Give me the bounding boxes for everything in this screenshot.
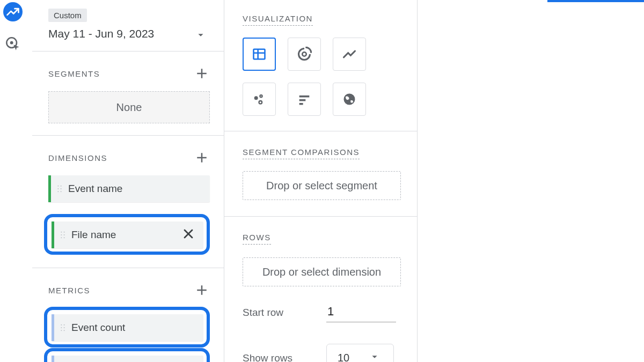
svg-point-8: [61, 232, 62, 233]
svg-point-29: [260, 95, 262, 97]
drag-handle-icon[interactable]: [51, 185, 68, 193]
metrics-title: METRICS: [48, 286, 90, 295]
visualization-title: VISUALIZATION: [243, 14, 313, 26]
svg-point-3: [61, 186, 62, 187]
dimensions-section: DIMENSIONS Event name File name: [32, 136, 224, 268]
svg-point-17: [64, 327, 65, 328]
date-range-picker[interactable]: Custom May 11 - Jun 9, 2023: [32, 0, 224, 51]
dimension-chip-event-name[interactable]: Event name: [48, 175, 210, 202]
scatter-icon: [252, 92, 267, 107]
segment-dropzone[interactable]: Drop or select segment: [243, 171, 401, 200]
add-segment-button[interactable]: [194, 65, 210, 82]
globe-icon: [342, 92, 357, 107]
line-chart-icon: [342, 47, 357, 62]
svg-point-19: [64, 330, 65, 331]
metric-marker: [52, 356, 54, 362]
segments-dropzone[interactable]: None: [48, 91, 210, 123]
svg-point-15: [64, 324, 65, 326]
drag-handle-icon[interactable]: [54, 324, 71, 331]
remove-chip-button[interactable]: [181, 226, 196, 243]
highlight-box-file-name: File name: [44, 214, 210, 255]
viz-donut-button[interactable]: [288, 38, 321, 71]
viz-scatter-button[interactable]: [243, 83, 276, 116]
chip-label: File name: [71, 229, 116, 241]
highlight-box-event-count: Event count: [44, 307, 210, 348]
show-rows-label: Show rows: [243, 352, 326, 363]
svg-point-4: [57, 188, 58, 189]
svg-point-16: [61, 327, 62, 328]
svg-rect-26: [254, 49, 265, 60]
segment-comparisons-section: SEGMENT COMPARISONS Drop or select segme…: [224, 131, 417, 217]
dimension-chip-file-name[interactable]: File name: [52, 221, 203, 248]
segment-placeholder: Drop or select segment: [266, 180, 377, 192]
show-rows-select[interactable]: 10: [326, 344, 394, 362]
viz-table-button[interactable]: [243, 38, 276, 71]
donut-chart-icon: [297, 47, 312, 62]
drag-handle-icon[interactable]: [54, 231, 71, 239]
svg-rect-31: [299, 95, 310, 98]
caret-down-icon: [195, 29, 207, 43]
svg-point-5: [61, 188, 62, 189]
add-dimension-button[interactable]: [194, 150, 210, 166]
metrics-section: METRICS Event count Total users: [32, 268, 224, 362]
report-canvas: [434, 0, 644, 362]
svg-point-14: [61, 324, 62, 326]
rows-placeholder: Drop or select dimension: [262, 266, 381, 278]
svg-point-13: [64, 237, 65, 238]
caret-down-icon: [369, 351, 380, 362]
add-metric-button[interactable]: [194, 282, 210, 298]
plus-icon: [194, 149, 210, 166]
svg-point-27: [302, 52, 306, 56]
svg-point-7: [61, 191, 62, 192]
viz-geo-button[interactable]: [333, 83, 366, 116]
start-row-label: Start row: [243, 307, 326, 319]
advertising-nav-icon[interactable]: [3, 34, 23, 54]
nav-rail: [0, 0, 26, 362]
segments-title: SEGMENTS: [48, 69, 100, 78]
table-icon: [252, 47, 267, 62]
segment-comparisons-title: SEGMENT COMPARISONS: [243, 147, 360, 159]
rows-section: ROWS Drop or select dimension Start row …: [224, 217, 417, 362]
svg-point-2: [57, 186, 58, 187]
segments-placeholder: None: [116, 101, 142, 114]
plus-icon: [194, 282, 210, 299]
close-icon: [181, 226, 196, 241]
rows-dropzone[interactable]: Drop or select dimension: [243, 257, 401, 286]
svg-point-12: [61, 237, 62, 238]
bar-horizontal-icon: [297, 92, 312, 107]
plus-icon: [194, 65, 210, 82]
chip-label: Event count: [71, 322, 125, 334]
svg-point-1: [10, 41, 13, 45]
svg-point-28: [254, 96, 258, 100]
svg-point-18: [61, 330, 62, 331]
explore-nav-icon[interactable]: [3, 2, 23, 21]
viz-bar-button[interactable]: [288, 83, 321, 116]
variables-panel: Custom May 11 - Jun 9, 2023 SEGMENTS Non…: [32, 0, 224, 362]
rows-title: ROWS: [243, 233, 271, 245]
segments-section: SEGMENTS None: [32, 51, 224, 136]
line-chart-up-icon: [5, 4, 20, 19]
visualization-section: VISUALIZATION: [224, 0, 417, 131]
metric-chip-event-count[interactable]: Event count: [52, 314, 203, 341]
svg-point-34: [344, 94, 355, 105]
svg-point-30: [259, 101, 262, 104]
tab-settings-panel: VISUALIZATION SEGMENT COMPARISONS: [224, 0, 418, 362]
dimensions-title: DIMENSIONS: [48, 153, 107, 162]
highlight-box-total-users: Total users: [44, 348, 210, 362]
metric-chip-total-users[interactable]: Total users: [52, 356, 203, 362]
date-range-text: May 11 - Jun 9, 2023: [48, 27, 210, 40]
target-click-icon: [5, 36, 20, 51]
svg-point-6: [57, 191, 58, 192]
svg-point-11: [64, 234, 65, 235]
chip-label: Event name: [68, 183, 122, 195]
svg-rect-33: [299, 103, 303, 105]
show-rows-value: 10: [338, 352, 349, 362]
viz-line-button[interactable]: [333, 38, 366, 71]
svg-point-10: [61, 234, 62, 235]
date-preset-chip: Custom: [48, 9, 87, 22]
svg-rect-32: [299, 99, 306, 101]
svg-point-9: [64, 232, 65, 233]
start-row-input[interactable]: 1: [326, 302, 396, 322]
